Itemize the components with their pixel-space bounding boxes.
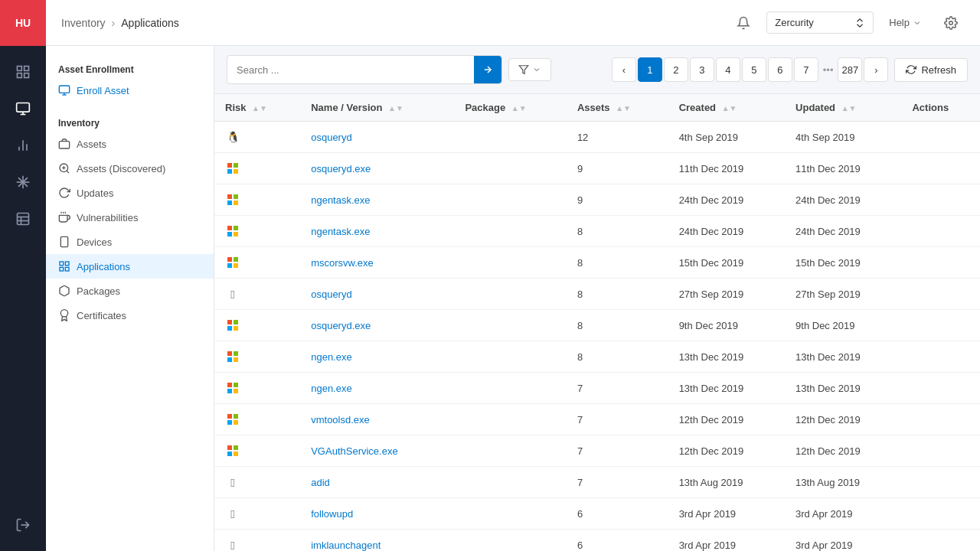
windows-icon xyxy=(225,318,240,333)
cell-created: 24th Dec 2019 xyxy=(668,184,785,216)
cell-updated: 15th Dec 2019 xyxy=(785,247,901,279)
col-assets[interactable]: Assets ▲▼ xyxy=(567,94,668,122)
page-7-button[interactable]: 7 xyxy=(794,57,818,82)
app-name-link[interactable]: mscorsvw.exe xyxy=(311,257,374,269)
app-name-link[interactable]: osqueryd.exe xyxy=(311,163,371,174)
page-3-button[interactable]: 3 xyxy=(690,57,714,82)
col-risk[interactable]: Risk ▲▼ xyxy=(214,94,300,122)
cell-assets: 6 xyxy=(567,498,668,530)
app-name-link[interactable]: vmtoolsd.exe xyxy=(311,414,370,425)
page-2-button[interactable]: 2 xyxy=(664,57,688,82)
vulnerabilities-icon xyxy=(58,211,70,223)
svg-rect-35 xyxy=(65,267,69,271)
app-name-link[interactable]: osqueryd xyxy=(311,289,351,300)
cell-risk: 🐧 xyxy=(214,122,300,153)
prev-page-button[interactable]: ‹ xyxy=(612,57,636,82)
col-package[interactable]: Package ▲▼ xyxy=(454,94,566,122)
col-updated[interactable]: Updated ▲▼ xyxy=(785,94,901,122)
cell-package xyxy=(454,184,566,216)
help-label: Help xyxy=(889,17,910,28)
org-name: Zercurity xyxy=(775,17,850,28)
cell-risk:  xyxy=(214,279,300,310)
app-name-link[interactable]: ngentask.exe xyxy=(311,226,370,237)
page-1-button[interactable]: 1 xyxy=(638,57,662,82)
settings-button[interactable] xyxy=(937,9,965,37)
app-name-link[interactable]: followupd xyxy=(311,508,353,520)
search-go-button[interactable] xyxy=(474,56,501,83)
app-name-link[interactable]: ngentask.exe xyxy=(311,194,370,206)
app-name-link[interactable]: ngen.exe xyxy=(311,351,352,363)
app-name-link[interactable]: adid xyxy=(311,477,330,488)
cell-assets: 8 xyxy=(567,216,668,247)
cell-created: 15th Dec 2019 xyxy=(668,247,785,279)
cell-created: 13th Dec 2019 xyxy=(668,341,785,373)
page-total-button[interactable]: 287 xyxy=(838,57,862,82)
sidebar-item-assets[interactable]: Assets xyxy=(46,132,214,156)
sidebar-certificates-label: Certificates xyxy=(77,310,126,321)
cell-assets: 8 xyxy=(567,279,668,310)
asset-enrollment-section-label: Asset Enrollment xyxy=(46,58,214,78)
cell-actions xyxy=(901,153,980,184)
rail-table-icon[interactable] xyxy=(0,201,46,237)
svg-point-37 xyxy=(60,310,67,317)
rail-monitor-icon[interactable] xyxy=(0,90,46,127)
col-created[interactable]: Created ▲▼ xyxy=(668,94,785,122)
sidebar-item-updates[interactable]: Updates xyxy=(46,181,214,205)
refresh-button[interactable]: Refresh xyxy=(894,58,968,82)
page-4-button[interactable]: 4 xyxy=(716,57,740,82)
applications-table-container: Risk ▲▼ Name / Version ▲▼ Package ▲▼ Ass… xyxy=(214,93,980,551)
cell-updated: 13th Dec 2019 xyxy=(785,373,901,404)
svg-rect-14 xyxy=(18,214,29,225)
enroll-asset-link[interactable]: Enroll Asset xyxy=(46,78,214,109)
cell-package xyxy=(454,310,566,341)
col-name-version[interactable]: Name / Version ▲▼ xyxy=(300,94,454,122)
search-input[interactable] xyxy=(227,58,474,82)
rail-chart-icon[interactable] xyxy=(0,127,46,164)
sidebar-item-applications[interactable]: Applications xyxy=(46,254,214,279)
org-selector[interactable]: Zercurity xyxy=(766,11,874,34)
breadcrumb-root[interactable]: Inventory xyxy=(61,17,106,29)
sidebar-item-devices[interactable]: Devices xyxy=(46,230,214,254)
notifications-button[interactable] xyxy=(730,9,757,37)
rail-signout-icon[interactable] xyxy=(0,507,46,543)
help-button[interactable]: Help xyxy=(883,12,928,33)
cell-name: ngen.exe xyxy=(300,341,454,373)
app-name-link[interactable]: ngen.exe xyxy=(311,383,352,394)
cell-updated: 11th Dec 2019 xyxy=(785,153,901,184)
main-panel: ‹ 1 2 3 4 5 6 7 ••• 287 › Refresh xyxy=(214,46,980,551)
sidebar-assets-discovered-label: Assets (Discovered) xyxy=(77,163,165,174)
rail-dashboard-icon[interactable] xyxy=(0,54,46,90)
page-6-button[interactable]: 6 xyxy=(768,57,792,82)
sidebar-item-certificates[interactable]: Certificates xyxy=(46,303,214,328)
sidebar-item-assets-discovered[interactable]: Assets (Discovered) xyxy=(46,156,214,181)
breadcrumb-current: Applications xyxy=(121,17,179,29)
next-page-button[interactable]: › xyxy=(864,57,888,82)
updated-sort-icon: ▲▼ xyxy=(841,104,857,112)
cell-package xyxy=(454,341,566,373)
app-logo: HU xyxy=(0,0,46,46)
table-row: osqueryd.exe 8 9th Dec 2019 9th Dec 2019 xyxy=(214,310,980,341)
app-name-link[interactable]: imklaunchagent xyxy=(311,540,381,551)
cell-name: ngen.exe xyxy=(300,373,454,404)
app-name-link[interactable]: VGAuthService.exe xyxy=(311,445,397,457)
refresh-label: Refresh xyxy=(921,64,956,76)
app-name-link[interactable]: osqueryd.exe xyxy=(311,320,371,331)
filter-button[interactable] xyxy=(508,58,551,81)
cell-assets: 8 xyxy=(567,341,668,373)
cell-name: mscorsvw.exe xyxy=(300,247,454,279)
cell-risk:  xyxy=(214,467,300,498)
cell-actions xyxy=(901,310,980,341)
app-name-link[interactable]: osqueryd xyxy=(311,132,351,143)
cell-name: ngentask.exe xyxy=(300,216,454,247)
toolbar: ‹ 1 2 3 4 5 6 7 ••• 287 › Refresh xyxy=(214,46,980,93)
cell-risk xyxy=(214,341,300,373)
cell-risk xyxy=(214,216,300,247)
sidebar-item-vulnerabilities[interactable]: Vulnerabilities xyxy=(46,205,214,230)
applications-table: Risk ▲▼ Name / Version ▲▼ Package ▲▼ Ass… xyxy=(214,93,980,551)
page-5-button[interactable]: 5 xyxy=(742,57,766,82)
rail-asterisk-icon[interactable] xyxy=(0,164,46,201)
table-row:  imklaunchagent 6 3rd Apr 2019 3rd Apr … xyxy=(214,530,980,552)
svg-rect-33 xyxy=(60,262,64,266)
cell-created: 9th Dec 2019 xyxy=(668,310,785,341)
sidebar-item-packages[interactable]: Packages xyxy=(46,279,214,303)
